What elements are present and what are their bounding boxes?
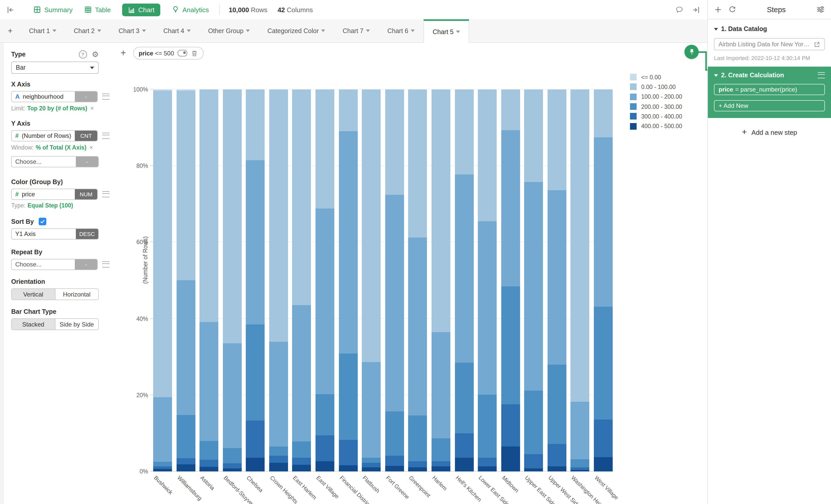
bar-segment[interactable] — [478, 466, 497, 471]
bar-segment[interactable] — [316, 394, 334, 436]
bar-segment[interactable] — [501, 447, 520, 471]
bar-segment[interactable] — [176, 415, 195, 458]
help-icon[interactable]: ? — [79, 50, 87, 58]
bar-segment[interactable] — [594, 137, 613, 307]
bar-segment[interactable] — [501, 404, 520, 447]
legend-item[interactable]: 200.00 - 300.00 — [630, 102, 682, 112]
summary-view-button[interactable]: Summary — [33, 6, 73, 14]
chart-type-select[interactable]: Bar — [11, 62, 99, 74]
add-new-calculation-button[interactable]: + Add New — [714, 100, 825, 111]
bar-segment[interactable] — [223, 468, 242, 471]
chevron-down-icon[interactable] — [366, 29, 370, 32]
chart-tab[interactable]: Chart 5 — [423, 19, 469, 43]
add-step-icon[interactable] — [714, 5, 722, 13]
bar-segment[interactable] — [199, 460, 218, 467]
bar-segment[interactable] — [362, 458, 381, 463]
stacked-bar[interactable] — [548, 90, 566, 471]
chart-tab[interactable]: Other Group — [199, 19, 259, 42]
pin-button[interactable] — [684, 45, 699, 59]
bar-segment[interactable] — [339, 131, 357, 353]
bar-segment[interactable] — [524, 454, 543, 468]
legend-item[interactable]: 100.00 - 200.00 — [630, 92, 682, 102]
bar-segment[interactable] — [385, 466, 404, 471]
bar-segment[interactable] — [478, 458, 497, 467]
bar-segment[interactable] — [478, 395, 497, 458]
bar-segment[interactable] — [524, 182, 543, 391]
chart-tab[interactable]: Chart 1 — [20, 19, 65, 42]
stacked-bar[interactable] — [199, 90, 218, 471]
bar-segment[interactable] — [316, 436, 334, 462]
bar-segment[interactable] — [594, 90, 613, 137]
remove-limit-icon[interactable]: × — [90, 105, 94, 112]
chart-view-button[interactable]: Chart — [122, 3, 160, 16]
bar-segment[interactable] — [339, 90, 357, 131]
legend-item[interactable]: 300.00 - 400.00 — [630, 111, 682, 121]
orientation-horizontal-option[interactable]: Horizontal — [55, 289, 98, 300]
bar-segment[interactable] — [432, 462, 450, 467]
menu-icon[interactable] — [102, 191, 109, 197]
bar-segment[interactable] — [223, 463, 242, 468]
sort-by-checkbox[interactable] — [39, 218, 47, 225]
chart-tab[interactable]: Categorized Color — [259, 19, 334, 42]
bar-segment[interactable] — [478, 221, 497, 395]
bar-segment[interactable] — [362, 468, 381, 471]
bar-segment[interactable] — [292, 90, 311, 305]
bar-segment[interactable] — [339, 353, 357, 440]
repeat-by-badge[interactable]: - — [75, 259, 97, 270]
bar-segment[interactable] — [385, 195, 404, 412]
y-axis-field-pill[interactable]: #(Number of Rows) CNT — [11, 130, 98, 141]
bar-segment[interactable] — [548, 365, 566, 444]
bar-segment[interactable] — [524, 468, 543, 471]
color-type-link[interactable]: Equal Step (100) — [27, 202, 73, 209]
bar-segment[interactable] — [432, 438, 450, 462]
chevron-down-icon[interactable] — [411, 29, 415, 32]
bar-segment[interactable] — [548, 466, 566, 471]
stacked-bar[interactable] — [594, 90, 613, 471]
filter-toggle-icon[interactable] — [178, 50, 187, 56]
stacked-option[interactable]: Stacked — [12, 319, 55, 330]
chart-tab[interactable]: Chart 3 — [110, 19, 155, 42]
bar-segment[interactable] — [362, 362, 381, 458]
color-field-pill[interactable]: #price NUM — [11, 189, 98, 200]
bar-segment[interactable] — [362, 463, 381, 468]
bar-segment[interactable] — [199, 441, 218, 460]
bar-segment[interactable] — [153, 91, 172, 397]
x-axis-aggregate-badge[interactable]: - — [75, 92, 97, 102]
bar-segment[interactable] — [176, 280, 195, 415]
orientation-vertical-option[interactable]: Vertical — [12, 289, 55, 300]
bar-segment[interactable] — [153, 466, 172, 469]
chevron-down-icon[interactable] — [246, 29, 250, 32]
bar-segment[interactable] — [316, 90, 334, 209]
bar-segment[interactable] — [571, 90, 590, 402]
bar-segment[interactable] — [269, 456, 288, 463]
stacked-bar[interactable] — [269, 90, 288, 471]
bar-segment[interactable] — [246, 458, 265, 471]
bar-segment[interactable] — [478, 90, 497, 221]
remove-window-icon[interactable]: × — [90, 144, 93, 151]
bar-segment[interactable] — [292, 442, 311, 458]
limit-link[interactable]: Top 20 by (# of Rows) — [27, 105, 87, 111]
stacked-bar[interactable] — [176, 90, 195, 471]
bar-segment[interactable] — [246, 90, 265, 160]
bar-segment[interactable] — [269, 447, 288, 456]
stacked-bar[interactable] — [501, 90, 520, 471]
repeat-by-field-pill[interactable]: Choose... - — [11, 259, 98, 270]
bar-segment[interactable] — [501, 130, 520, 286]
sort-direction-badge[interactable]: DESC — [76, 229, 98, 239]
bar-segment[interactable] — [223, 90, 242, 343]
bar-segment[interactable] — [548, 190, 566, 365]
stacked-bar[interactable] — [223, 90, 242, 471]
bar-segment[interactable] — [292, 458, 311, 465]
stacked-bar[interactable] — [385, 90, 404, 471]
external-link-icon[interactable] — [814, 41, 820, 48]
legend-item[interactable]: 0.00 - 100.00 — [630, 82, 682, 92]
bar-segment[interactable] — [269, 342, 288, 447]
bar-segment[interactable] — [571, 402, 590, 459]
step-1-header[interactable]: 1. Data Catalog — [714, 25, 825, 33]
gear-icon[interactable]: ⚙ — [92, 51, 99, 58]
stacked-bar[interactable] — [408, 90, 427, 471]
stacked-bar[interactable] — [524, 90, 543, 471]
bar-segment[interactable] — [199, 322, 218, 441]
bar-segment[interactable] — [246, 160, 265, 324]
menu-icon[interactable] — [818, 72, 825, 78]
